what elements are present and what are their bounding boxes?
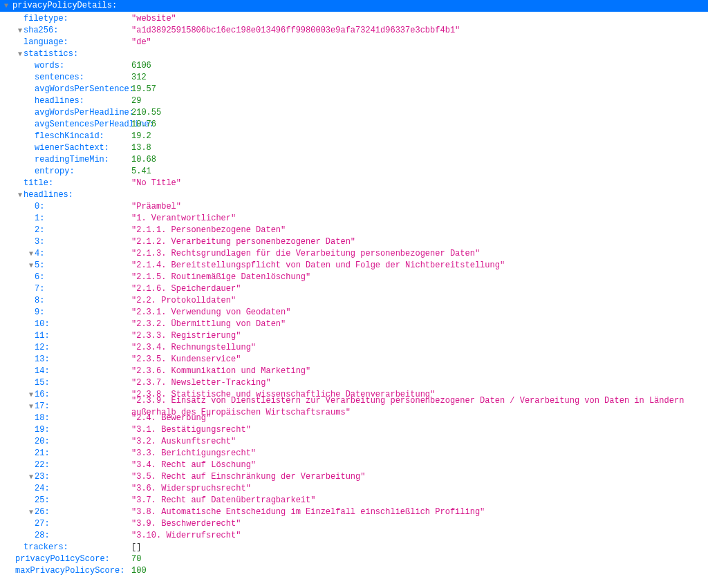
- json-key: 23:: [35, 471, 145, 483]
- expand-icon[interactable]: ▼: [28, 402, 35, 412]
- json-value: "2.3.7. Newsletter-Tracking": [131, 377, 271, 389]
- tree-row[interactable]: sentences:312: [0, 72, 708, 84]
- expand-icon[interactable]: ▼: [17, 191, 24, 200]
- expand-icon[interactable]: ▼: [17, 26, 24, 36]
- tree-row[interactable]: wienerSachtext:13.8: [0, 142, 708, 154]
- json-value: "2.1.3. Rechtsgrundlagen für die Verarbe…: [131, 248, 480, 260]
- json-value: "2.3.5. Kundenservice": [131, 354, 241, 366]
- json-key: 2:: [35, 225, 145, 236]
- json-key: trackers:: [24, 542, 134, 553]
- tree-row[interactable]: title:"No Title": [0, 178, 708, 189]
- tree-row[interactable]: 13:"2.3.5. Kundenservice": [0, 354, 708, 366]
- tree-row[interactable]: maxPrivacyPolicyScore:100: [0, 565, 708, 577]
- json-value: 19.57: [131, 84, 156, 95]
- json-key: headlines:: [24, 189, 134, 201]
- tree-row[interactable]: entropy:5.41: [0, 166, 708, 178]
- tree-row[interactable]: 1:"1. Verantwortlicher": [0, 213, 708, 225]
- expand-icon[interactable]: ▼: [17, 50, 24, 59]
- tree-row[interactable]: 10:"2.3.2. Übermittlung von Daten": [0, 319, 708, 330]
- tree-row[interactable]: ▼4:"2.1.3. Rechtsgrundlagen für die Vera…: [0, 248, 708, 260]
- tree-row[interactable]: ▼5:"2.1.4. Bereitstellungspflicht von Da…: [0, 260, 708, 272]
- tree-row[interactable]: ▼26:"3.8. Automatische Entscheidung im E…: [0, 506, 708, 518]
- json-key: 15:: [35, 377, 145, 389]
- json-value: "3.4. Recht auf Löschung": [131, 459, 256, 471]
- tree-row[interactable]: 3:"2.1.2. Verarbeitung personenbezogener…: [0, 236, 708, 248]
- json-value: "2.3.1. Verwendung von Geodaten": [131, 307, 290, 319]
- expand-icon[interactable]: ▼: [28, 249, 35, 259]
- tree-row[interactable]: ▼17:"2.3.9. Einsatz von Dienstleistern z…: [0, 401, 708, 412]
- json-value: 13.8: [131, 142, 151, 154]
- tree-row[interactable]: ▼sha256:"a1d38925915806bc16ec198e013496f…: [0, 25, 708, 37]
- tree-row[interactable]: words:6106: [0, 60, 708, 72]
- json-key: 28:: [35, 530, 145, 542]
- tree-row[interactable]: 6:"2.1.5. Routinemäßige Datenlöschung": [0, 272, 708, 283]
- json-value: 70: [131, 553, 141, 565]
- tree-row[interactable]: 22:"3.4. Recht auf Löschung": [0, 459, 708, 471]
- json-value: "3.8. Automatische Entscheidung im Einze…: [131, 506, 485, 518]
- tree-row[interactable]: ▼statistics:: [0, 48, 708, 60]
- tree-row[interactable]: avgWordsPerSentence:19.57: [0, 84, 708, 95]
- expand-icon[interactable]: ▼: [28, 390, 35, 400]
- json-value: "3.5. Recht auf Einschränkung der Verarb…: [131, 471, 365, 483]
- tree-row[interactable]: 24:"3.6. Widerspruchsrecht": [0, 483, 708, 495]
- tree-row[interactable]: ▼23:"3.5. Recht auf Einschränkung der Ve…: [0, 471, 708, 483]
- tree-row[interactable]: 14:"2.3.6. Kommunikation und Marketing": [0, 366, 708, 377]
- tree-row[interactable]: 9:"2.3.1. Verwendung von Geodaten": [0, 307, 708, 319]
- json-key: 22:: [35, 459, 145, 471]
- tree-row[interactable]: fleschKincaid:19.2: [0, 131, 708, 142]
- tree-row[interactable]: avgSentencesPerHeadline:10.76: [0, 119, 708, 131]
- tree-row[interactable]: 25:"3.7. Recht auf Datenübertragbarkeit": [0, 495, 708, 506]
- json-value: 100: [131, 565, 147, 577]
- json-value: "2.3.6. Kommunikation und Marketing": [131, 366, 310, 377]
- tree-row[interactable]: 15:"2.3.7. Newsletter-Tracking": [0, 377, 708, 389]
- tree-row[interactable]: 21:"3.3. Berichtigungsrecht": [0, 448, 708, 459]
- json-key: sentences:: [35, 72, 145, 84]
- json-key: readingTimeMin:: [35, 154, 145, 166]
- tree-row[interactable]: 7:"2.1.6. Speicherdauer": [0, 283, 708, 295]
- json-key: 9:: [35, 307, 145, 319]
- tree-row[interactable]: ▼headlines:: [0, 189, 708, 201]
- tree-row[interactable]: headlines:29: [0, 95, 708, 107]
- tree-row[interactable]: avgWordsPerHeadline:210.55: [0, 107, 708, 119]
- tree-row[interactable]: language:"de": [0, 37, 708, 48]
- expand-icon[interactable]: ▼: [28, 261, 35, 271]
- json-key: 21:: [35, 448, 145, 459]
- tree-row[interactable]: 28:"3.10. Widerrufsrecht": [0, 530, 708, 542]
- json-value: 10.68: [131, 154, 156, 166]
- json-key: 16:: [35, 389, 145, 401]
- root-header[interactable]: ▼ privacyPolicyDetails:: [0, 0, 708, 12]
- json-key: fleschKincaid:: [35, 131, 145, 142]
- json-value: "3.6. Widerspruchsrecht": [131, 483, 251, 495]
- tree-row[interactable]: 0:"Präambel": [0, 201, 708, 213]
- json-key: 14:: [35, 366, 145, 377]
- json-key: avgWordsPerSentence:: [35, 84, 145, 95]
- tree-row[interactable]: 12:"2.3.4. Rechnungstellung": [0, 342, 708, 354]
- json-value: "2.4. Bewerbung": [131, 412, 211, 424]
- json-key: language:: [24, 37, 134, 48]
- json-key: title:: [24, 178, 134, 189]
- tree-row[interactable]: 20:"3.2. Auskunftsrecht": [0, 436, 708, 448]
- tree-row[interactable]: 2:"2.1.1. Personenbezogene Daten": [0, 225, 708, 236]
- tree-row[interactable]: 8:"2.2. Protokolldaten": [0, 295, 708, 307]
- json-value: "2.3.3. Registrierung": [131, 330, 241, 342]
- tree-row[interactable]: 19:"3.1. Bestätigungsrecht": [0, 424, 708, 436]
- expand-icon[interactable]: ▼: [28, 473, 35, 482]
- tree-row[interactable]: 27:"3.9. Beschwerderecht": [0, 518, 708, 530]
- tree-row[interactable]: privacyPolicyScore:70: [0, 553, 708, 565]
- tree-row[interactable]: 11:"2.3.3. Registrierung": [0, 330, 708, 342]
- json-key: 25:: [35, 495, 145, 506]
- json-value: []: [131, 542, 141, 553]
- json-key: 7:: [35, 283, 145, 295]
- json-key: 20:: [35, 436, 145, 448]
- json-value: "3.2. Auskunftsrecht": [131, 436, 236, 448]
- tree-row[interactable]: filetype:"website": [0, 13, 708, 25]
- json-key: 18:: [35, 412, 145, 424]
- tree-row[interactable]: trackers:[]: [0, 542, 708, 553]
- tree-row[interactable]: readingTimeMin:10.68: [0, 154, 708, 166]
- json-key: entropy:: [35, 166, 145, 178]
- json-key: 17:: [35, 401, 145, 412]
- json-key: headlines:: [35, 95, 145, 107]
- expand-icon[interactable]: ▼: [28, 508, 35, 518]
- tree-row[interactable]: 18:"2.4. Bewerbung": [0, 412, 708, 424]
- json-key: 4:: [35, 248, 145, 260]
